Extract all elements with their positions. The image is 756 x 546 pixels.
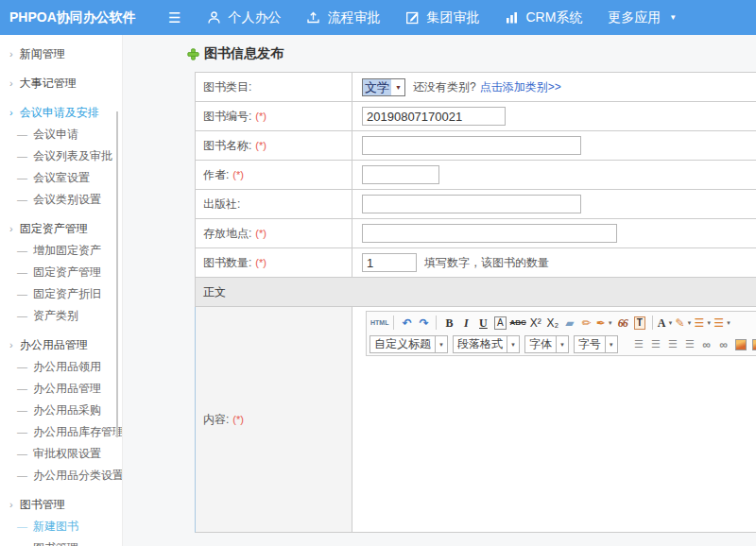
dash-icon: — [17, 310, 27, 321]
highlight-color-icon: ✎ [675, 317, 684, 329]
nav-personal-office[interactable]: 个人办公 [207, 9, 281, 26]
chevron-right-icon: › [9, 223, 13, 234]
align-right-button[interactable]: ☰ [665, 336, 680, 353]
align-justify-button[interactable]: ☰ [682, 336, 697, 353]
font-color-icon: A [658, 317, 666, 329]
insert-image-icon [735, 339, 747, 350]
sidebar-item-group[interactable]: ›办公用品管理 [0, 334, 122, 356]
sidebar-item-sub[interactable]: —图书管理 [0, 537, 122, 546]
quantity-input[interactable] [362, 253, 417, 272]
underline-icon: U [479, 317, 488, 329]
nav-group-approval[interactable]: 集团审批 [405, 9, 479, 26]
highlight-color-button[interactable]: ✎▼ [675, 315, 692, 332]
caret-down-icon: ▼ [687, 320, 693, 326]
form-row-location: 存放地点: (*) [195, 219, 756, 248]
sidebar-item-group[interactable]: ›新闻管理 [0, 43, 122, 65]
html-source-button[interactable]: HTML [370, 315, 388, 332]
publisher-input[interactable] [362, 195, 581, 213]
sidebar-item-group[interactable]: ›固定资产管理 [0, 218, 122, 240]
select-caret-icon: ▼ [392, 84, 404, 91]
sidebar-item-sub[interactable]: —会议类别设置 [0, 189, 122, 211]
dash-icon: — [17, 426, 27, 437]
top-nav: 个人办公 流程审批 集团审批 CRM系统 更多应用 ▼ [207, 9, 702, 26]
superscript-button[interactable]: X² [528, 315, 543, 332]
font-size-select[interactable]: 字号▼ [574, 335, 618, 353]
insert-image-button[interactable] [733, 336, 748, 353]
sidebar-item-group[interactable]: ›大事记管理 [0, 73, 122, 94]
required-marker: (*) [255, 257, 266, 268]
underline-button[interactable]: U [475, 315, 490, 332]
link-icon: ∞ [703, 339, 712, 350]
font-style-icon: A [494, 316, 507, 330]
nav-flow-approval[interactable]: 流程审批 [306, 9, 380, 26]
sidebar-item-sub[interactable]: —审批权限设置 [0, 443, 122, 465]
nav-crm-system[interactable]: CRM系统 [505, 9, 582, 26]
dash-icon: — [17, 245, 27, 256]
ordered-list-button[interactable]: ☰▼ [694, 315, 712, 332]
paste-text-button[interactable]: T [632, 315, 647, 332]
field-label: 出版社: [196, 190, 352, 218]
sidebar-item-sub[interactable]: —会议室设置 [0, 167, 122, 189]
sidebar-item-sub[interactable]: —增加固定资产 [0, 240, 122, 262]
sidebar-item-group[interactable]: ›会议申请及安排 [0, 102, 122, 124]
dash-icon: — [17, 128, 27, 140]
required-marker: (*) [255, 140, 266, 151]
subscript-icon: X₂ [546, 317, 558, 329]
sidebar-item-sub[interactable]: —办公用品分类设置 [0, 465, 122, 486]
sidebar-item-sub[interactable]: —办公用品采购 [0, 400, 122, 421]
bold-button[interactable]: B [441, 315, 456, 332]
book-name-input[interactable] [362, 136, 581, 155]
menu-icon[interactable]: ☰ [168, 10, 180, 25]
unlink-icon: ∞ [720, 339, 729, 350]
author-input[interactable] [362, 165, 439, 184]
link-button[interactable]: ∞ [699, 336, 714, 353]
nav-more-apps[interactable]: 更多应用 ▼ [608, 9, 677, 26]
sidebar-item-group[interactable]: ›图书管理 [0, 494, 122, 516]
paragraph-format-select[interactable]: 段落格式▼ [453, 335, 520, 353]
eraser-button[interactable]: ▰ [562, 315, 577, 332]
blockquote-button[interactable]: 66 [615, 315, 630, 332]
chevron-right-icon: › [9, 499, 13, 510]
subscript-button[interactable]: X₂ [545, 315, 560, 332]
font-style-button[interactable]: A [492, 315, 507, 332]
category-select[interactable]: 文学 ▼ [362, 78, 405, 96]
format-painter-button[interactable]: ✒▼ [596, 315, 613, 332]
sidebar-item-sub[interactable]: —固定资产折旧 [0, 283, 122, 305]
sidebar-item-sub[interactable]: —办公用品领用 [0, 356, 122, 378]
redo-button[interactable]: ↷ [416, 315, 431, 332]
sidebar-item-label: 增加固定资产 [33, 244, 101, 257]
sidebar-scrollbar[interactable] [116, 111, 118, 437]
caret-down-icon: ▼ [556, 336, 568, 352]
font-family-select[interactable]: 字体▼ [524, 335, 569, 353]
align-left-button[interactable]: ☰ [631, 336, 646, 353]
custom-title-select[interactable]: 自定义标题▼ [369, 335, 448, 353]
nav-item-label: 更多应用 [608, 9, 661, 26]
font-color-button[interactable]: A▼ [658, 315, 674, 332]
redo-icon: ↷ [419, 317, 428, 329]
sidebar-item-sub[interactable]: —固定资产管理 [0, 262, 122, 283]
unlink-button[interactable]: ∞ [716, 336, 731, 353]
italic-button[interactable]: I [458, 315, 473, 332]
editor-content-area[interactable] [366, 356, 756, 526]
sidebar-item-sub[interactable]: —新建图书 [0, 516, 122, 537]
caret-down-icon: ▼ [669, 13, 677, 22]
undo-icon: ↶ [402, 317, 411, 329]
sidebar-item-sub[interactable]: —会议列表及审批 [0, 145, 122, 167]
sidebar-item-sub[interactable]: —资产类别 [0, 305, 122, 327]
category-select-value: 文学 [363, 79, 391, 95]
clean-format-button[interactable]: ✏ [579, 315, 594, 332]
strikethrough-button[interactable]: ABC [509, 315, 525, 332]
person-icon [207, 10, 221, 25]
undo-button[interactable]: ↶ [399, 315, 414, 332]
dash-icon: — [17, 172, 27, 183]
sidebar-item-sub[interactable]: —会议申请 [0, 124, 122, 145]
upload-image-button[interactable] [750, 336, 756, 353]
sidebar-item-sub[interactable]: —办公用品库存管理 [0, 421, 122, 443]
book-number-input[interactable] [362, 107, 506, 126]
sidebar-item-sub[interactable]: —办公用品管理 [0, 378, 122, 400]
align-center-button[interactable]: ☰ [648, 336, 663, 353]
location-input[interactable] [362, 224, 617, 243]
add-category-link[interactable]: 点击添加类别>> [480, 79, 561, 95]
unordered-list-button[interactable]: ☰▼ [713, 315, 731, 332]
sidebar-item-label: 办公用品管理 [33, 382, 101, 395]
